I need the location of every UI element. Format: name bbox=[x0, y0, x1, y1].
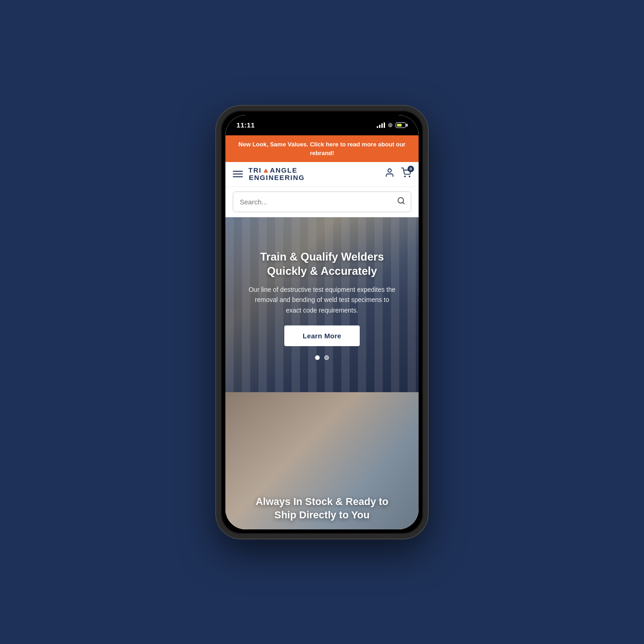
svg-point-1 bbox=[404, 176, 405, 177]
slider-dot-1[interactable] bbox=[315, 355, 320, 360]
slider-dots bbox=[315, 355, 329, 360]
status-bar: 11:11 ⊛ bbox=[225, 115, 419, 135]
hero-content: Train & Qualify Welders Quickly & Accura… bbox=[225, 217, 419, 392]
phone-screen: 11:11 ⊛ bbox=[225, 115, 419, 529]
signal-icon bbox=[377, 122, 385, 128]
search-input[interactable] bbox=[233, 193, 391, 210]
second-section-title: Always In Stock & Ready to bbox=[256, 495, 389, 509]
site-header: TRI ANGLE ENGINEERING bbox=[225, 162, 419, 187]
logo-text-engineering: ENGINEERING bbox=[249, 174, 305, 182]
search-input-wrapper bbox=[233, 191, 411, 212]
learn-more-button[interactable]: Learn More bbox=[284, 325, 360, 346]
hero-title: Train & Qualify Welders Quickly & Accura… bbox=[239, 249, 405, 278]
battery-icon bbox=[396, 122, 408, 128]
account-icon[interactable] bbox=[385, 168, 395, 180]
logo-triangle-icon bbox=[264, 168, 268, 173]
phone-device: 11:11 ⊛ bbox=[216, 106, 428, 539]
svg-point-0 bbox=[388, 169, 391, 172]
logo-text-tri: TRI bbox=[248, 167, 262, 174]
search-icon bbox=[397, 197, 405, 207]
slider-dot-2[interactable] bbox=[324, 355, 329, 360]
hamburger-menu-button[interactable] bbox=[233, 171, 243, 177]
svg-line-4 bbox=[402, 202, 404, 203]
site-logo[interactable]: TRI ANGLE ENGINEERING bbox=[248, 167, 305, 182]
second-section-subtitle: Ship Directly to You bbox=[275, 509, 370, 522]
announcement-banner[interactable]: New Look, Same Values. Click here to rea… bbox=[225, 135, 419, 162]
phone-frame: 11:11 ⊛ bbox=[216, 106, 428, 539]
svg-point-2 bbox=[409, 176, 410, 177]
status-icons: ⊛ bbox=[377, 122, 408, 128]
hero-slider: Train & Qualify Welders Quickly & Accura… bbox=[225, 217, 419, 392]
cart-badge: 0 bbox=[408, 166, 414, 172]
second-section-content: Always In Stock & Ready to Ship Directly… bbox=[225, 392, 419, 529]
search-button[interactable] bbox=[391, 192, 411, 212]
search-bar bbox=[225, 187, 419, 217]
logo-text-angle: ANGLE bbox=[270, 167, 298, 174]
header-left: TRI ANGLE ENGINEERING bbox=[233, 167, 305, 182]
announcement-text: New Look, Same Values. Click here to rea… bbox=[238, 141, 405, 157]
header-right: 0 bbox=[385, 168, 411, 180]
hero-description: Our line of destructive test equipment e… bbox=[248, 284, 396, 315]
second-section: Always In Stock & Ready to Ship Directly… bbox=[225, 392, 419, 529]
wifi-icon: ⊛ bbox=[388, 122, 393, 128]
cart-icon[interactable]: 0 bbox=[401, 168, 411, 180]
status-time: 11:11 bbox=[236, 121, 255, 129]
